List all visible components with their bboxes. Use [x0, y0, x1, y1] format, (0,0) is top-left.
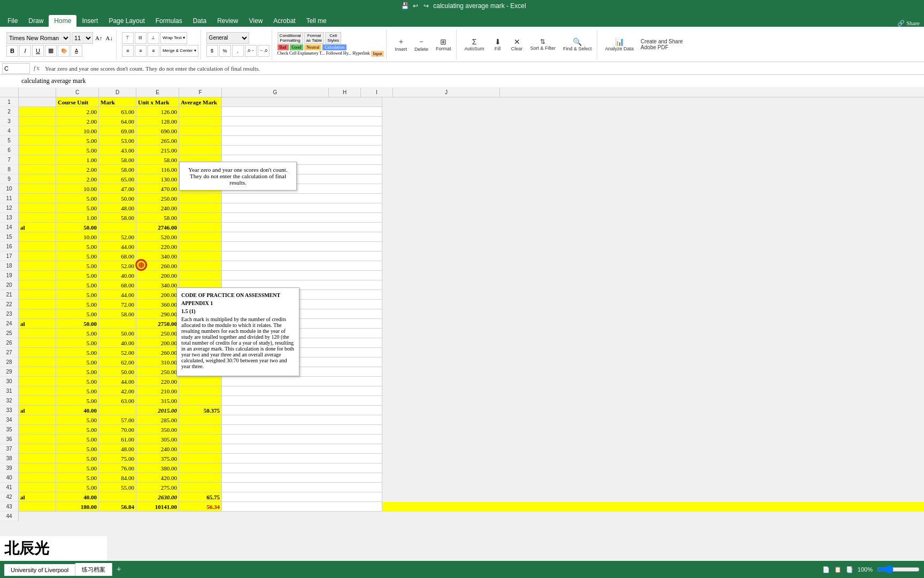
- col-header-g[interactable]: G: [222, 88, 329, 97]
- redo-icon[interactable]: ↪: [421, 1, 431, 11]
- create-share-adobe-button[interactable]: Create and ShareAdobe PDF: [638, 31, 686, 58]
- tab-acrobat[interactable]: Acrobat: [268, 15, 301, 27]
- tab-tell-me[interactable]: Tell me: [301, 15, 332, 27]
- font-color-button[interactable]: A̲: [71, 45, 82, 57]
- save-icon[interactable]: 💾: [400, 1, 410, 11]
- cell-unit-mark-header[interactable]: Unit x Mark: [136, 97, 179, 107]
- align-top-button[interactable]: ⊤: [122, 32, 134, 44]
- delete-button[interactable]: － Delete: [412, 31, 431, 58]
- cell-label[interactable]: [19, 107, 56, 117]
- fill-color-button[interactable]: 🎨: [58, 45, 70, 57]
- col-header-c[interactable]: C: [56, 88, 99, 97]
- increase-font-icon[interactable]: A↑: [94, 34, 103, 42]
- table-row: 5.00 40.00 200.00: [19, 338, 924, 348]
- merge-center-button[interactable]: Merge & Center ▾: [160, 45, 198, 57]
- format-button[interactable]: ⊞ Format: [433, 31, 454, 58]
- tab-page-layout[interactable]: Page Layout: [103, 15, 150, 27]
- analyze-data-button[interactable]: 📊 Analyze Data: [603, 31, 637, 58]
- cell-styles-button[interactable]: CellStyles: [325, 32, 341, 44]
- find-select-button[interactable]: 🔍 Find & Select: [560, 31, 595, 58]
- explanatory-style[interactable]: Explanatory T...: [297, 51, 325, 57]
- col-header-d[interactable]: D: [99, 88, 136, 97]
- border-button[interactable]: ▦: [45, 45, 57, 57]
- cell-course-unit-header[interactable]: Course Unit: [56, 97, 99, 107]
- cell-label[interactable]: [19, 126, 56, 136]
- clear-button[interactable]: ✕ Clear: [509, 31, 526, 58]
- tab-file[interactable]: File: [2, 15, 23, 27]
- percent-button[interactable]: %: [219, 45, 231, 57]
- total-row-3: al 40.00 2015.00 50.375: [19, 406, 924, 415]
- col-header-f[interactable]: F: [179, 88, 222, 97]
- col-header-h[interactable]: H: [329, 88, 361, 97]
- followed-hyperlink-style[interactable]: Followed Hy...: [326, 51, 351, 57]
- col-header-i[interactable]: I: [361, 88, 393, 97]
- cell-avg-1[interactable]: [179, 107, 222, 117]
- decrease-font-icon[interactable]: A↓: [104, 34, 113, 42]
- col-header-j[interactable]: J: [393, 88, 500, 97]
- cell-unitmk-3[interactable]: 690.00: [136, 126, 179, 136]
- bad-style[interactable]: Bad: [278, 44, 289, 50]
- underline-button[interactable]: U: [32, 45, 44, 57]
- col-header-b[interactable]: [19, 88, 56, 97]
- conditional-formatting-button[interactable]: ConditionalFormatting: [278, 32, 303, 44]
- cell-mark-2[interactable]: 64.00: [99, 117, 136, 126]
- tab-formulas[interactable]: Formulas: [150, 15, 188, 27]
- cell-reference-box[interactable]: [2, 63, 30, 74]
- calculation-style[interactable]: Calculation: [322, 44, 346, 50]
- auto-sum-button[interactable]: Σ AutoSum: [462, 31, 487, 58]
- align-bottom-button[interactable]: ⊥: [148, 32, 159, 44]
- cell-label[interactable]: [19, 117, 56, 126]
- font-name-select[interactable]: Times New Roman: [6, 32, 71, 44]
- number-format-select[interactable]: General: [206, 32, 249, 44]
- comma-button[interactable]: ,: [232, 45, 244, 57]
- font-group: Times New Roman 11 A↑ A↓ B I U ▦ 🎨 A̲: [4, 29, 117, 59]
- tab-draw[interactable]: Draw: [23, 15, 49, 27]
- font-size-select[interactable]: 11: [72, 32, 93, 44]
- tab-view[interactable]: View: [244, 15, 268, 27]
- format-as-table-button[interactable]: Formatas Table: [304, 32, 325, 44]
- check-cell-style[interactable]: Check Cell: [278, 51, 297, 57]
- align-middle-button[interactable]: ⊟: [135, 32, 147, 44]
- cell-mark-header[interactable]: Mark: [99, 97, 136, 107]
- sort-filter-button[interactable]: ⇅ Sort & Filter: [528, 31, 559, 58]
- cell-avg-3[interactable]: [179, 126, 222, 136]
- window-title: calculating average mark - Excel: [433, 2, 526, 10]
- align-left-button[interactable]: ≡: [122, 45, 134, 57]
- tab-insert[interactable]: Insert: [76, 15, 103, 27]
- insert-button[interactable]: ＋ Insert: [392, 31, 410, 58]
- italic-button[interactable]: I: [19, 45, 31, 57]
- wrap-text-button[interactable]: Wrap Text ▾: [160, 32, 187, 44]
- align-right-button[interactable]: ≡: [148, 45, 159, 57]
- tab-data[interactable]: Data: [188, 15, 212, 27]
- decrease-decimal-button[interactable]: ←.0: [258, 45, 270, 57]
- table-row: 5.00 57.00 285.00: [19, 415, 924, 425]
- neutral-style[interactable]: Neutral: [304, 44, 321, 50]
- alignment-group: ⊤ ⊟ ⊥ Wrap Text ▾ ≡ ≡ ≡ Merge & Center ▾: [120, 29, 201, 59]
- cell-unit-1[interactable]: 2.00: [56, 107, 99, 117]
- table-row: 1.00 58.00 58.00: [19, 213, 924, 223]
- table-row: 2.00 58.00 116.00: [19, 165, 924, 174]
- table-row: 10.00 52.00 520.00: [19, 232, 924, 242]
- cell-unit-2[interactable]: 2.00: [56, 117, 99, 126]
- input-style[interactable]: Input: [371, 51, 384, 57]
- tab-home[interactable]: Home: [49, 15, 76, 27]
- cell-unitmk-1[interactable]: 126.00: [136, 107, 179, 117]
- bold-button[interactable]: B: [6, 45, 18, 57]
- undo-icon[interactable]: ↩: [411, 1, 420, 11]
- cell-unit-3[interactable]: 10.00: [56, 126, 99, 136]
- table-row: 5.00 50.00 250.00 ⊕: [19, 194, 924, 203]
- align-center-button[interactable]: ≡: [135, 45, 147, 57]
- col-header-e[interactable]: E: [136, 88, 179, 97]
- cell-unitmk-2[interactable]: 128.00: [136, 117, 179, 126]
- fill-button[interactable]: ⬇ Fill: [489, 31, 506, 58]
- cell-mark-3[interactable]: 69.00: [99, 126, 136, 136]
- increase-decimal-button[interactable]: .0→: [245, 45, 257, 57]
- cell-mark-1[interactable]: 63.00: [99, 107, 136, 117]
- good-style[interactable]: Good: [290, 44, 304, 50]
- currency-button[interactable]: $: [206, 45, 218, 57]
- tab-review[interactable]: Review: [212, 15, 243, 27]
- cell-empty[interactable]: [19, 97, 56, 107]
- hyperlink-style[interactable]: Hyperlink: [352, 51, 369, 57]
- cell-avg-2[interactable]: [179, 117, 222, 126]
- cell-avg-mark-header[interactable]: Average Mark: [179, 97, 222, 107]
